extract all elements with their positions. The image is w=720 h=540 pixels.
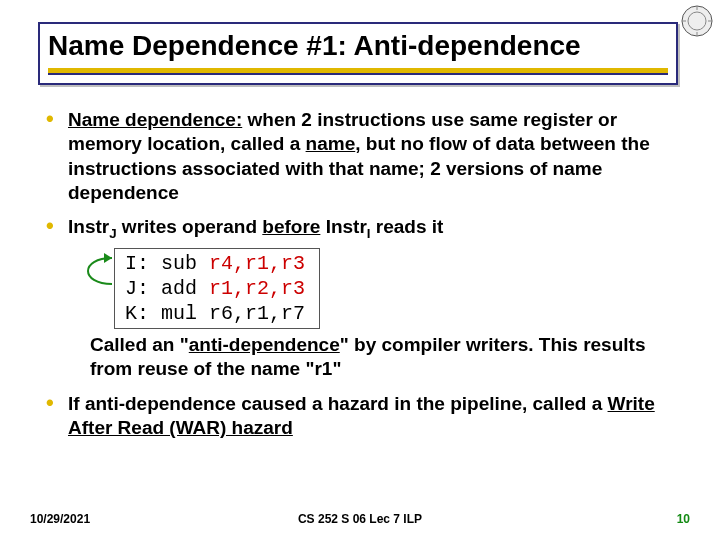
code-r4: r4,	[209, 252, 245, 275]
bullet-2: InstrJ writes operand before InstrI read…	[46, 215, 678, 381]
after-code-text: Called an "anti-dependence" by compiler …	[90, 333, 678, 382]
code-line-k: K: mul r6,r1,r7	[125, 302, 305, 325]
term-before: before	[262, 216, 320, 237]
svg-marker-6	[104, 253, 112, 263]
slide-body: Name dependence: when 2 instructions use…	[46, 108, 678, 450]
subscript-j: J	[109, 226, 116, 241]
code-box: I: sub r4,r1,r3 J: add r1,r2,r3 K: mul r…	[114, 248, 320, 329]
seal-icon	[680, 4, 714, 38]
bullet-3: If anti-dependence caused a hazard in th…	[46, 392, 678, 441]
code-block: I: sub r4,r1,r3 J: add r1,r2,r3 K: mul r…	[114, 248, 320, 329]
code-r1-read: r1	[245, 252, 269, 275]
slide: Name Dependence #1: Anti-dependence Name…	[0, 0, 720, 540]
bullet-1: Name dependence: when 2 instructions use…	[46, 108, 678, 205]
title-box: Name Dependence #1: Anti-dependence	[38, 22, 678, 85]
slide-title: Name Dependence #1: Anti-dependence	[48, 30, 668, 62]
term-anti-dependence: anti-dependence	[189, 334, 340, 355]
footer-center: CS 252 S 06 Lec 7 ILP	[30, 512, 690, 526]
code-r1-write: r1	[209, 277, 233, 300]
footer-page: 10	[677, 512, 690, 526]
dependence-arrow-icon	[72, 244, 132, 308]
term-name-dependence: Name dependence:	[68, 109, 242, 130]
footer: 10/29/2021 CS 252 S 06 Lec 7 ILP 10	[30, 512, 690, 526]
term-name: name	[306, 133, 356, 154]
name-r1: r1	[314, 358, 332, 379]
title-underline	[48, 68, 668, 75]
svg-point-0	[682, 6, 712, 36]
